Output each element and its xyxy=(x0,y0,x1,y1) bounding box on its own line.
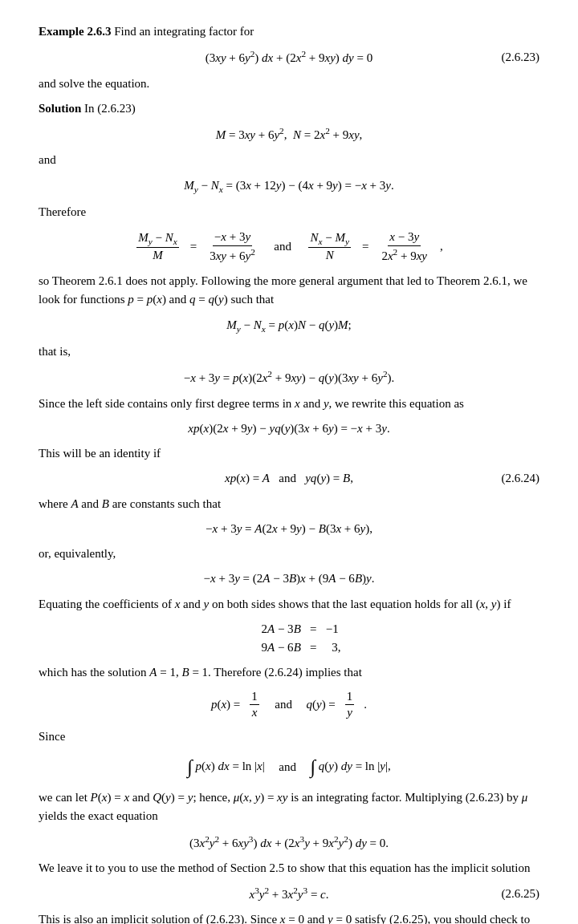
ab-eq-text: −x + 3y = A(2x + 9y) − B(3x + 6y), xyxy=(206,522,372,535)
expand-eq: −x + 3y = p(x)(2x2 + 9xy) − q(y)(3xy + 6… xyxy=(39,367,539,387)
frac-1x-den: x xyxy=(250,705,259,721)
system-row1: 2A − 3B = −1 xyxy=(237,620,340,638)
mn-text: M = 3xy + 6y2, N = 2x2 + 9xy, xyxy=(216,128,363,141)
where-text: where A and B are constants such that xyxy=(39,495,539,513)
frac-1y-num: 1 xyxy=(345,689,355,706)
frac-rv-den: 2x2 + 9xy xyxy=(380,246,429,265)
expand-eq-text: −x + 3y = p(x)(2x2 + 9xy) − q(y)(3xy + 6… xyxy=(184,371,395,384)
eq-2625-label: (2.6.25) xyxy=(502,885,540,903)
frac-right-den: N xyxy=(324,248,336,264)
implicit-sol-eq: x3y2 + 3x2y3 = c. (2.6.25) xyxy=(39,884,539,904)
frac-right-num: Nx − My xyxy=(308,230,350,249)
frac-left-num: My − Nx xyxy=(136,230,178,249)
eq-2624-label: (2.6.24) xyxy=(502,469,540,488)
equiv-eq-text: −x + 3y = (2A − 3B)x + (9A − 6B)y. xyxy=(204,572,375,585)
my-nx-text: My − Nx = (3x + 12y) − (4x + 9y) = −x + … xyxy=(184,179,394,192)
equation-2623: (3xy + 6y2) dx + (2x2 + 9xy) dy = 0 (2.6… xyxy=(39,47,539,67)
or-equiv-text: or, equivalently, xyxy=(39,545,539,563)
frac-right-val: x − 3y 2x2 + 9xy xyxy=(380,229,429,264)
theorem-text: so Theorem 2.6.1 does not apply. Followi… xyxy=(39,272,539,310)
px-label: p(x) = xyxy=(211,695,240,714)
leave-text: We leave it to you to use the method of … xyxy=(39,859,539,877)
pq-eq: My − Nx = p(x)N − q(y)M; xyxy=(39,316,539,336)
pq-eq-text: My − Nx = p(x)N − q(y)M; xyxy=(226,318,351,331)
qy-label: q(y) = xyxy=(306,695,335,714)
comma-end: , xyxy=(440,237,443,256)
solution-heading: Solution In (2.6.23) xyxy=(39,99,539,118)
frac-1-y: 1 y xyxy=(345,689,355,721)
frac-lv-den: 3xy + 6y2 xyxy=(208,246,257,265)
final-text: This is also an implicit solution of (2.… xyxy=(39,910,539,924)
equals-sign2: = xyxy=(362,237,368,256)
period-pq: . xyxy=(364,695,367,714)
identity-eq: xp(x) = A and yq(y) = B, (2.6.24) xyxy=(39,469,539,488)
exact-eq: (3x2y2 + 6xy3) dx + (2x3y + 9x2y2) dy = … xyxy=(39,833,539,853)
since2-text: Since xyxy=(39,727,539,746)
frac-lv-num: −x + 3y xyxy=(213,229,252,246)
frac-1y-den: y xyxy=(345,705,354,721)
integral-sign-2: ∫ xyxy=(310,756,315,777)
rewrite-eq: xp(x)(2x + 9y) − yq(y)(3x + 6y) = −x + 3… xyxy=(39,419,539,438)
fractions-row: My − Nx M = −x + 3y 3xy + 6y2 and Nx − M… xyxy=(39,229,539,264)
frac-rv-num: x − 3y xyxy=(388,229,421,246)
mn-definition: M = 3xy + 6y2, N = 2x2 + 9xy, xyxy=(39,124,539,144)
frac-left-den: M xyxy=(151,248,165,264)
ab-eq: −x + 3y = A(2x + 9y) − B(3x + 6y), xyxy=(39,520,539,538)
implicit-sol-text: x3y2 + 3x2y3 = c. xyxy=(249,888,328,901)
integral-px: ∫ p(x) dx = ln |x| xyxy=(187,752,265,782)
frac-1-x: 1 x xyxy=(250,689,259,721)
example-label: Example 2.6.3 xyxy=(39,25,111,38)
and-connector: and xyxy=(39,151,539,169)
and-between-fracs: and xyxy=(268,237,298,256)
exact-eq-text: (3x2y2 + 6xy3) dx + (2x3y + 9x2y2) dy = … xyxy=(189,837,389,849)
equating-text: Equating the coefficients of x and y on … xyxy=(39,595,539,614)
frac-right: Nx − My N xyxy=(308,230,350,264)
page: Example 2.6.3 Find an integrating factor… xyxy=(39,22,539,924)
intro-text: Find an integrating factor for xyxy=(114,25,254,38)
system: 2A − 3B = −1 9A − 6B = 3, xyxy=(237,620,340,658)
rewrite-eq-text: xp(x)(2x + 9y) − yq(y)(3x + 6y) = −x + 3… xyxy=(188,422,389,435)
system-equations: 2A − 3B = −1 9A − 6B = 3, xyxy=(39,620,539,658)
frac-left: My − Nx M xyxy=(136,230,178,264)
identity-eq-text: xp(x) = A and yq(y) = B, xyxy=(225,472,353,484)
that-is-text: that is, xyxy=(39,342,539,361)
equals-sign: = xyxy=(190,237,197,256)
pq-solution-eq: p(x) = 1 x and q(y) = 1 y . xyxy=(39,689,539,721)
eq-2623-label: (2.6.23) xyxy=(502,48,540,67)
frac-1x-num: 1 xyxy=(250,689,259,706)
and-pq: and xyxy=(269,695,299,714)
identity-intro-text: This will be an identity if xyxy=(39,444,539,463)
and-integrals: and xyxy=(273,758,303,776)
frac-left-val: −x + 3y 3xy + 6y2 xyxy=(208,229,257,264)
integral-qy: ∫ q(y) dy = ln |y|, xyxy=(310,752,390,782)
integrals-row: ∫ p(x) dx = ln |x| and ∫ q(y) dy = ln |y… xyxy=(39,752,539,782)
example-heading: Example 2.6.3 Find an integrating factor… xyxy=(39,22,539,41)
we-can-text: we can let P(x) = x and Q(y) = y; hence,… xyxy=(39,788,539,826)
solution-text: which has the solution A = 1, B = 1. The… xyxy=(39,663,539,682)
system-row2: 9A − 6B = 3, xyxy=(237,638,340,657)
integral-sign-1: ∫ xyxy=(187,756,193,777)
and-solve-text: and solve the equation. xyxy=(39,75,539,93)
in-ref: In (2.6.23) xyxy=(84,102,136,115)
therefore-text: Therefore xyxy=(39,203,539,221)
equiv-eq: −x + 3y = (2A − 3B)x + (9A − 6B)y. xyxy=(39,569,539,588)
since-text: Since the left side contains only first … xyxy=(39,395,539,413)
solution-label: Solution xyxy=(39,102,81,115)
my-nx-equation: My − Nx = (3x + 12y) − (4x + 9y) = −x + … xyxy=(39,176,539,197)
eq-2623-text: (3xy + 6y2) dx + (2x2 + 9xy) dy = 0 xyxy=(206,51,372,64)
